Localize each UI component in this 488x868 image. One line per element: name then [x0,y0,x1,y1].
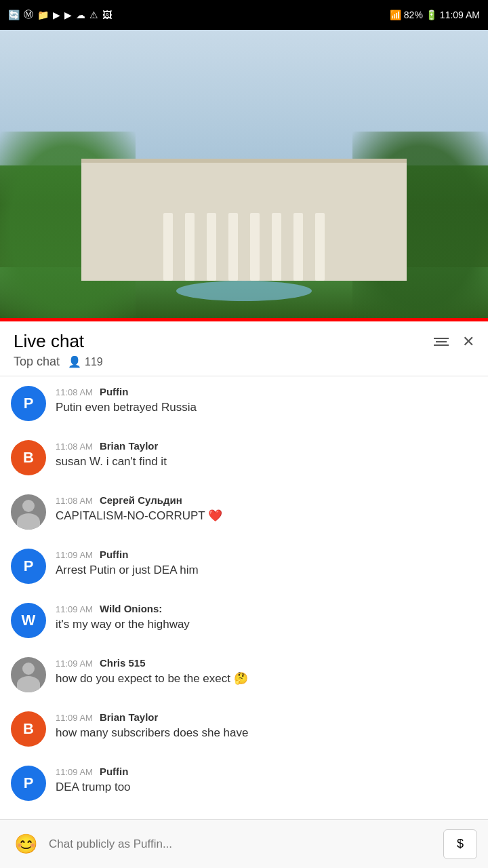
top-chat-label[interactable]: Top chat [14,355,60,369]
status-icons: 🔄 Ⓜ 📁 ▶ ▶ ☁ ⚠ 🖼 [8,9,112,21]
message-text: susan W. i can't find it [56,454,477,470]
send-icon: $ [457,837,464,851]
message-body: 11:08 AMPuffinPutin even betrayed Russia [56,386,477,416]
app-icon-2: 📁 [37,9,49,20]
message-username: Puffin [100,386,129,397]
app-icon-3: ▶ [53,9,60,20]
avatar: W [11,603,46,638]
message-text: Putin even betrayed Russia [56,399,477,416]
message-time: 11:08 AM [56,387,93,397]
message-body: 11:09 AMChris 515how do you expect to be… [56,657,477,687]
chat-title-row: Live chat ✕ [14,331,474,352]
building-columns [81,206,407,281]
app-icon-1: Ⓜ [24,9,33,21]
filter-button[interactable] [434,338,449,346]
message-text: how do you expect to be the exect 🤔 [56,671,477,687]
chat-message: 11:08 AMСергей СульдинCAPITALISM-NO-CORR… [0,485,488,539]
chat-message: P11:09 AMPuffinDEA trump too [0,756,488,810]
chat-header: Live chat ✕ Top chat 👤 119 [0,321,488,376]
white-house-building [81,159,407,281]
chat-messages: P11:08 AMPuffinPutin even betrayed Russi… [0,376,488,865]
battery-percent: 82% [404,9,423,20]
message-username: Brian Taylor [100,711,158,723]
viewer-number: 119 [85,356,103,368]
video-thumbnail[interactable] [0,30,488,321]
chat-message: B11:08 AMBrian Taylorsusan W. i can't fi… [0,431,488,485]
fountain [176,281,312,301]
message-body: 11:09 AMPuffinDEA trump too [56,766,477,795]
message-time: 11:08 AM [56,496,93,506]
avatar [11,657,46,692]
send-button[interactable]: $ [443,829,477,859]
message-username: Сергей Сульдин [100,494,182,506]
avatar: P [11,386,46,421]
avatar: P [11,549,46,584]
close-button[interactable]: ✕ [462,333,474,351]
battery-icon: 🔋 [426,9,437,20]
message-body: 11:09 AMWild Onions:it's my way or the h… [56,603,477,633]
clock: 11:09 AM [440,9,480,20]
chat-header-icons: ✕ [434,333,474,351]
message-body: 11:08 AMBrian Taylorsusan W. i can't fin… [56,440,477,470]
progress-bar [0,318,488,321]
message-body: 11:09 AMPuffinArrest Putin or just DEA h… [56,549,477,578]
chat-input-bar: 😊 $ [0,819,488,868]
app-icon-4: ▶ [64,9,72,20]
avatar: P [11,766,46,801]
message-time: 11:09 AM [56,713,93,723]
status-bar: 🔄 Ⓜ 📁 ▶ ▶ ☁ ⚠ 🖼 📶 82% 🔋 11:09 AM [0,0,488,30]
message-text: DEA trump too [56,779,477,795]
viewer-count: 👤 119 [68,355,103,368]
message-username: Puffin [100,766,129,777]
message-body: 11:08 AMСергей СульдинCAPITALISM-NO-CORR… [56,494,477,524]
chat-message: B11:09 AMBrian Taylorhow many subscriber… [0,702,488,756]
message-body: 11:09 AMBrian Taylorhow many subscribers… [56,711,477,741]
message-time: 11:09 AM [56,658,93,669]
message-username: Puffin [100,549,129,560]
chat-message: P11:08 AMPuffinPutin even betrayed Russi… [0,376,488,431]
avatar: B [11,440,46,475]
message-username: Chris 515 [100,657,146,669]
chat-message: 11:09 AMChris 515how do you expect to be… [0,648,488,702]
chat-subtitle-row: Top chat 👤 119 [14,355,474,369]
chat-title: Live chat [14,331,84,352]
chat-message: W11:09 AMWild Onions:it's my way or the … [0,593,488,648]
warning-icon: ⚠ [89,9,98,20]
message-username: Wild Onions: [100,603,162,614]
message-text: CAPITALISM-NO-CORRUPT ❤️ [56,508,477,524]
emoji-button[interactable]: 😊 [11,829,41,859]
message-time: 11:09 AM [56,767,93,777]
avatar [11,494,46,530]
status-right: 📶 82% 🔋 11:09 AM [390,9,480,20]
message-username: Brian Taylor [100,440,158,452]
wifi-icon: 📶 [390,9,401,20]
avatar: B [11,711,46,747]
message-text: how many subscribers does she have [56,725,477,741]
sync-icon: 🔄 [8,9,20,20]
chat-message: P11:09 AMPuffinArrest Putin or just DEA … [0,539,488,593]
chat-input[interactable] [49,829,435,859]
message-time: 11:09 AM [56,604,93,614]
app-icon-5: ☁ [76,9,85,20]
message-text: Arrest Putin or just DEA him [56,562,477,578]
image-icon: 🖼 [102,9,112,20]
message-time: 11:09 AM [56,550,93,560]
people-icon: 👤 [68,355,81,368]
message-text: it's my way or the highway [56,616,477,633]
message-time: 11:08 AM [56,441,93,452]
